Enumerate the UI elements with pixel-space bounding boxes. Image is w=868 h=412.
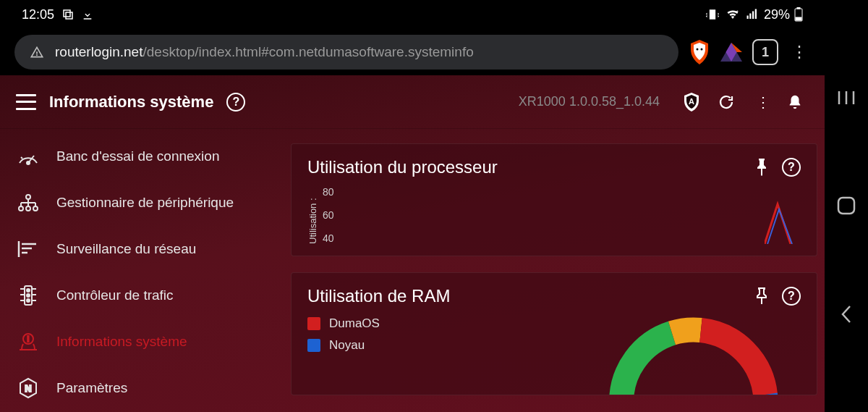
svg-text:+: + bbox=[736, 9, 739, 13]
url-path: /desktop/index.html#com.netdumasoftware.… bbox=[142, 44, 473, 59]
card-title: Utilisation de RAM bbox=[307, 286, 754, 306]
browser-menu-button[interactable]: ⋮ bbox=[788, 43, 810, 62]
android-nav-bar bbox=[825, 0, 868, 412]
android-status-bar: 12:05 + 29% bbox=[0, 0, 825, 29]
app-menu-button[interactable]: ⋮ bbox=[752, 93, 774, 111]
page-title: Informations système bbox=[49, 93, 213, 112]
svg-point-18 bbox=[26, 206, 30, 211]
swatch-red bbox=[307, 317, 320, 330]
svg-rect-4 bbox=[749, 14, 751, 20]
help-icon[interactable]: ? bbox=[782, 158, 801, 177]
back-button[interactable] bbox=[833, 301, 859, 327]
sidebar-item-network-monitor[interactable]: Surveillance du réseau bbox=[0, 226, 284, 272]
svg-rect-9 bbox=[796, 17, 801, 20]
sidebar-item-label: Surveillance du réseau bbox=[56, 241, 196, 257]
recents-button[interactable] bbox=[833, 85, 859, 111]
insecure-icon bbox=[29, 45, 45, 59]
help-icon[interactable]: ? bbox=[782, 287, 801, 306]
armor-icon[interactable]: A bbox=[683, 93, 705, 112]
sidebar-item-label: Banc d'essai de connexion bbox=[56, 148, 219, 164]
main-content: Utilisation du processeur ? Utilisation … bbox=[284, 129, 825, 412]
sidebar-item-system-info[interactable]: i Informations système bbox=[0, 319, 284, 365]
home-button[interactable] bbox=[833, 193, 859, 219]
url-host: routerlogin.net bbox=[55, 44, 142, 59]
svg-rect-5 bbox=[752, 12, 754, 20]
battery-percent: 29% bbox=[764, 7, 790, 22]
network-icon bbox=[16, 190, 41, 215]
sidebar-item-label: Gestionnaire de périphérique bbox=[56, 195, 234, 211]
svg-point-33 bbox=[27, 299, 30, 302]
svg-point-19 bbox=[33, 206, 38, 211]
sidebar-item-settings[interactable]: N Paramètres bbox=[0, 365, 284, 411]
refresh-icon[interactable] bbox=[718, 93, 739, 111]
y-axis-label: Utilisation : bbox=[307, 186, 318, 244]
screenshot-icon bbox=[61, 8, 75, 21]
url-field[interactable]: routerlogin.net/desktop/index.html#com.n… bbox=[14, 35, 678, 70]
sidebar: Banc d'essai de connexion Gestionnaire d… bbox=[0, 129, 284, 412]
gauge-icon bbox=[16, 144, 41, 169]
svg-line-15 bbox=[21, 157, 22, 159]
browser-url-bar: routerlogin.net/desktop/index.html#com.n… bbox=[0, 29, 825, 75]
menu-button[interactable] bbox=[16, 94, 36, 110]
netgear-icon: N bbox=[16, 376, 41, 400]
svg-point-11 bbox=[701, 49, 703, 51]
y-ticks: 80 60 40 bbox=[323, 186, 334, 244]
swatch-blue bbox=[307, 339, 320, 352]
clock: 12:05 bbox=[22, 7, 54, 22]
sidebar-item-label: Contrôleur de trafic bbox=[56, 287, 174, 303]
download-icon bbox=[82, 8, 93, 21]
cpu-spike bbox=[765, 201, 793, 244]
bars-icon bbox=[16, 237, 41, 261]
svg-point-16 bbox=[26, 195, 30, 199]
app-root: Informations système ? XR1000 1.0.0.58_1… bbox=[0, 75, 825, 412]
signal-icon bbox=[745, 8, 760, 21]
ram-gauge bbox=[600, 308, 788, 395]
cpu-card: Utilisation du processeur ? Utilisation … bbox=[291, 143, 817, 256]
bat-icon[interactable] bbox=[720, 43, 742, 62]
firmware-label: XR1000 1.0.0.58_1.0.44 bbox=[519, 94, 660, 109]
sidebar-item-label: Informations système bbox=[56, 334, 187, 350]
card-title: Utilisation du processeur bbox=[307, 157, 754, 177]
pin-icon[interactable] bbox=[754, 287, 769, 305]
svg-rect-1 bbox=[66, 12, 72, 19]
vibrate-icon bbox=[705, 7, 720, 22]
ram-card: Utilisation de RAM ? DumaOS bbox=[291, 272, 817, 395]
wifi-icon: + bbox=[725, 8, 741, 21]
svg-point-10 bbox=[697, 49, 699, 51]
sidebar-item-traffic-controller[interactable]: Contrôleur de trafic bbox=[0, 272, 284, 319]
info-robot-icon: i bbox=[16, 329, 41, 354]
sidebar-item-device-manager[interactable]: Gestionnaire de périphérique bbox=[0, 180, 284, 226]
svg-rect-6 bbox=[755, 9, 757, 20]
svg-text:N: N bbox=[25, 383, 31, 394]
sidebar-item-label: Paramètres bbox=[56, 380, 127, 396]
svg-rect-3 bbox=[746, 16, 748, 20]
svg-text:i: i bbox=[27, 335, 30, 343]
svg-rect-8 bbox=[797, 7, 800, 9]
svg-point-17 bbox=[19, 206, 23, 211]
cpu-chart: Utilisation : 80 60 40 bbox=[307, 186, 801, 244]
svg-point-31 bbox=[27, 289, 30, 292]
app-header: Informations système ? XR1000 1.0.0.58_1… bbox=[0, 75, 825, 129]
help-icon[interactable]: ? bbox=[226, 93, 245, 112]
sidebar-item-speedtest[interactable]: Banc d'essai de connexion bbox=[0, 133, 284, 180]
svg-point-32 bbox=[27, 294, 30, 297]
pin-icon[interactable] bbox=[754, 159, 769, 176]
traffic-light-icon bbox=[16, 283, 41, 308]
tab-count-button[interactable]: 1 bbox=[752, 39, 778, 65]
notifications-icon[interactable] bbox=[787, 93, 809, 111]
svg-rect-0 bbox=[64, 10, 70, 17]
svg-text:A: A bbox=[689, 97, 694, 106]
brave-shield-icon[interactable] bbox=[689, 40, 710, 64]
svg-rect-48 bbox=[838, 198, 854, 214]
battery-icon bbox=[794, 7, 803, 22]
